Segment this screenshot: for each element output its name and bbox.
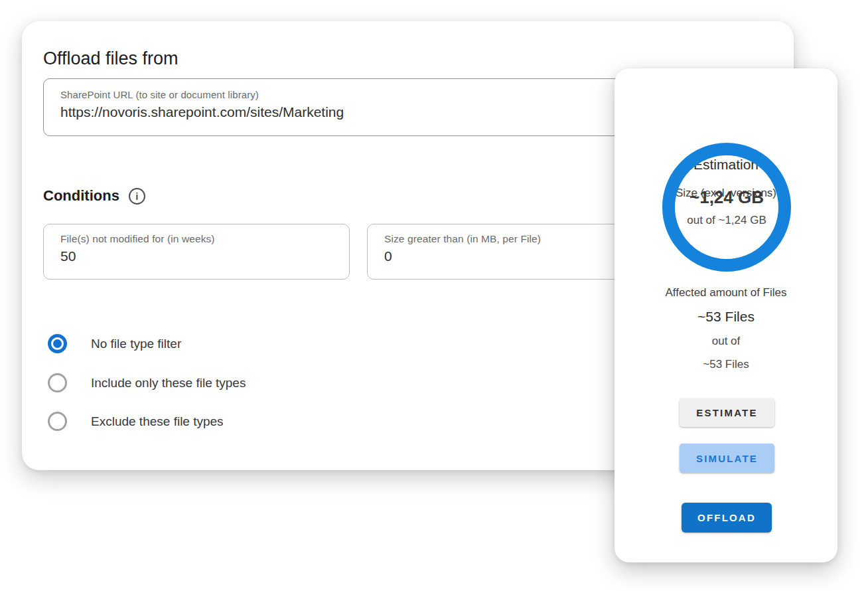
- radio-unselected-icon[interactable]: [48, 412, 67, 431]
- info-icon[interactable]: i: [129, 188, 145, 205]
- estimation-panel: Estimation Size (excl. versions) ~1,24 G…: [615, 68, 837, 562]
- offload-button[interactable]: OFFLOAD: [682, 503, 772, 533]
- radio-exclude-file-types[interactable]: Exclude these file types: [48, 412, 224, 431]
- radio-label: Exclude these file types: [91, 414, 224, 429]
- not-modified-weeks-label: File(s) not modified for (in weeks): [60, 233, 215, 245]
- estimate-button[interactable]: ESTIMATE: [680, 398, 774, 427]
- radio-include-only-file-types[interactable]: Include only these file types: [48, 373, 246, 392]
- files-section-heading: Affected amount of Files: [615, 286, 837, 299]
- radio-label: Include only these file types: [91, 376, 246, 390]
- size-value: ~1,24 GB: [689, 187, 764, 208]
- simulate-button[interactable]: SIMULATE: [680, 444, 774, 473]
- page-title: Offload files from: [43, 48, 179, 69]
- radio-unselected-icon[interactable]: [48, 373, 67, 392]
- size-greater-than-label: Size greater than (in MB, per File): [384, 233, 541, 245]
- size-donut-chart: ~1,24 GB out of ~1,24 GB: [662, 143, 791, 272]
- sharepoint-url-value[interactable]: https://novoris.sharepoint.com/sites/Mar…: [60, 104, 344, 120]
- radio-label: No file type filter: [91, 337, 181, 351]
- files-total-value: ~53 Files: [615, 358, 837, 371]
- not-modified-weeks-value[interactable]: 50: [60, 248, 76, 264]
- not-modified-weeks-field[interactable]: File(s) not modified for (in weeks) 50: [43, 224, 350, 280]
- files-affected-value: ~53 Files: [615, 309, 837, 325]
- conditions-heading: Conditions: [43, 187, 119, 205]
- radio-no-file-type-filter[interactable]: No file type filter: [48, 334, 181, 353]
- size-out-of: out of ~1,24 GB: [687, 214, 766, 227]
- conditions-heading-row: Conditions i: [43, 187, 145, 205]
- size-greater-than-value[interactable]: 0: [384, 248, 392, 264]
- radio-selected-icon[interactable]: [48, 334, 67, 353]
- sharepoint-url-label: SharePoint URL (to site or document libr…: [60, 89, 259, 100]
- offload-screen: Offload files from SharePoint URL (to si…: [0, 0, 868, 591]
- files-out-of-label: out of: [615, 335, 837, 348]
